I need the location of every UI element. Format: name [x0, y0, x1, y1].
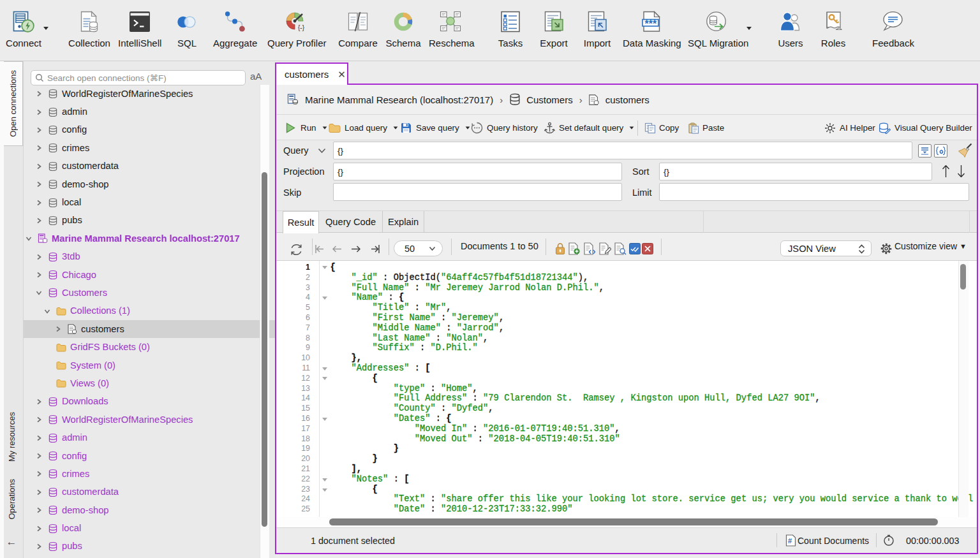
svg-text:{-}: {-}	[298, 24, 305, 31]
svg-text:#: #	[788, 537, 792, 545]
svg-text:***: ***	[645, 18, 657, 29]
